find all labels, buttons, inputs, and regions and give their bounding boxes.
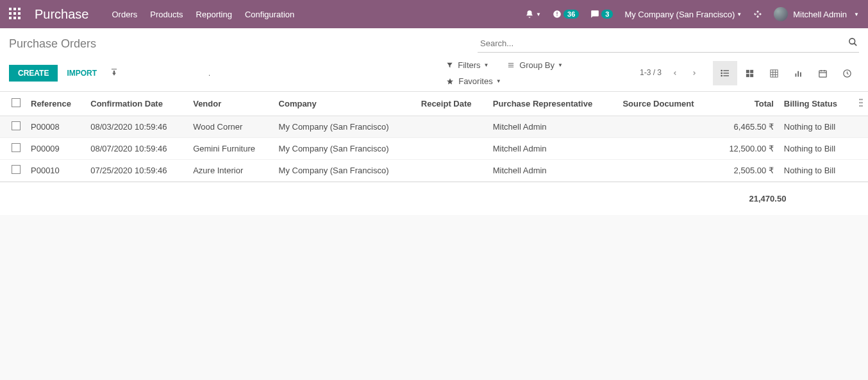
favorites-menu[interactable]: Favorites ▼ bbox=[446, 76, 563, 86]
svg-rect-4 bbox=[13, 12, 16, 15]
search-wrap bbox=[478, 35, 859, 53]
table-header-row: Reference Confirmation Date Vendor Compa… bbox=[0, 92, 868, 116]
svg-point-40 bbox=[861, 102, 863, 104]
svg-point-18 bbox=[721, 73, 722, 73]
cell-vendor: Gemini Furniture bbox=[188, 138, 273, 160]
user-name: Mitchell Admin bbox=[793, 10, 847, 19]
create-button[interactable]: CREATE bbox=[9, 65, 58, 82]
cell-purchase-rep: Mitchell Admin bbox=[488, 138, 618, 160]
app-title[interactable]: Purchase bbox=[35, 7, 89, 22]
col-source-doc[interactable]: Source Document bbox=[617, 92, 714, 116]
activity-badge: 36 bbox=[563, 10, 579, 19]
footer-total: 21,470.50 bbox=[0, 182, 868, 215]
svg-rect-7 bbox=[13, 17, 16, 19]
nav-right: ▼ 36 3 My Company (San Francisco) ▼ Mitc… bbox=[525, 7, 859, 21]
row-checkbox[interactable] bbox=[12, 143, 21, 152]
groupby-menu[interactable]: Group By ▼ bbox=[507, 60, 563, 70]
view-graph[interactable] bbox=[786, 61, 810, 85]
cell-total: 6,465.50 ₹ bbox=[714, 116, 779, 138]
table-row[interactable]: P0000908/07/2020 10:59:46Gemini Furnitur… bbox=[0, 138, 868, 160]
cell-vendor: Azure Interior bbox=[188, 160, 273, 182]
cell-receipt-date bbox=[416, 160, 488, 182]
svg-rect-3 bbox=[9, 12, 12, 15]
cell-confirmation-date: 08/07/2020 10:59:46 bbox=[85, 138, 188, 160]
activity-icon[interactable]: 36 bbox=[553, 10, 579, 19]
user-menu[interactable]: Mitchell Admin ▼ bbox=[774, 7, 859, 21]
table-row[interactable]: P0000808/03/2020 10:59:46Wood CornerMy C… bbox=[0, 116, 868, 138]
cell-purchase-rep: Mitchell Admin bbox=[488, 160, 618, 182]
col-reference[interactable]: Reference bbox=[26, 92, 85, 116]
table-row[interactable]: P0001007/25/2020 10:59:46Azure InteriorM… bbox=[0, 160, 868, 182]
col-confirmation-date[interactable]: Confirmation Date bbox=[85, 92, 188, 116]
notification-icon[interactable]: ▼ bbox=[525, 10, 541, 19]
svg-point-9 bbox=[849, 39, 855, 44]
col-options[interactable] bbox=[854, 92, 868, 116]
filters-menu[interactable]: Filters ▼ bbox=[446, 60, 489, 70]
cell-billing-status: Nothing to Bill bbox=[779, 160, 854, 182]
view-kanban[interactable] bbox=[737, 61, 762, 85]
select-all-checkbox[interactable] bbox=[12, 98, 21, 107]
cell-receipt-date bbox=[416, 138, 488, 160]
table-wrap: Reference Confirmation Date Vendor Compa… bbox=[0, 92, 868, 182]
col-purchase-rep[interactable]: Purchase Representative bbox=[488, 92, 618, 116]
col-receipt-date[interactable]: Receipt Date bbox=[416, 92, 488, 116]
import-button[interactable]: IMPORT bbox=[67, 69, 97, 78]
filters-label: Filters bbox=[458, 60, 480, 70]
cell-source-doc bbox=[617, 138, 714, 160]
debug-icon[interactable] bbox=[753, 10, 762, 19]
search-input[interactable] bbox=[478, 35, 859, 53]
cell-billing-status: Nothing to Bill bbox=[779, 138, 854, 160]
svg-rect-1 bbox=[13, 8, 16, 10]
main-menu: Orders Products Reporting Configuration bbox=[112, 10, 295, 19]
cell-purchase-rep: Mitchell Admin bbox=[488, 116, 618, 138]
cell-vendor: Wood Corner bbox=[188, 116, 273, 138]
separator-dot: . bbox=[208, 70, 210, 77]
col-billing-status[interactable]: Billing Status bbox=[779, 92, 854, 116]
svg-rect-30 bbox=[797, 71, 799, 76]
view-calendar[interactable] bbox=[810, 61, 835, 85]
menu-products[interactable]: Products bbox=[150, 10, 183, 19]
pager-next[interactable] bbox=[685, 64, 704, 83]
cell-billing-status: Nothing to Bill bbox=[779, 116, 854, 138]
svg-rect-20 bbox=[746, 69, 749, 73]
cell-company: My Company (San Francisco) bbox=[274, 116, 416, 138]
view-list[interactable] bbox=[713, 61, 737, 85]
row-checkbox[interactable] bbox=[12, 121, 21, 130]
purchase-orders-table: Reference Confirmation Date Vendor Compa… bbox=[0, 92, 868, 182]
svg-rect-0 bbox=[9, 8, 12, 10]
svg-rect-2 bbox=[18, 8, 21, 10]
svg-rect-24 bbox=[770, 69, 777, 76]
svg-rect-6 bbox=[9, 17, 12, 19]
svg-rect-29 bbox=[795, 73, 796, 76]
avatar bbox=[774, 7, 788, 21]
col-total[interactable]: Total bbox=[714, 92, 779, 116]
cell-total: 12,500.00 ₹ bbox=[714, 138, 779, 160]
svg-point-41 bbox=[859, 105, 861, 107]
svg-point-19 bbox=[721, 75, 722, 76]
pager[interactable]: 1-3 / 3 bbox=[640, 68, 662, 78]
cell-source-doc bbox=[617, 116, 714, 138]
menu-configuration[interactable]: Configuration bbox=[245, 10, 294, 19]
svg-rect-32 bbox=[819, 71, 826, 77]
cell-total: 2,505.00 ₹ bbox=[714, 160, 779, 182]
svg-point-37 bbox=[859, 99, 861, 101]
cell-reference: P00010 bbox=[26, 160, 85, 182]
view-grid[interactable] bbox=[762, 61, 786, 85]
breadcrumb: Purchase Orders bbox=[9, 35, 96, 51]
cell-reference: P00009 bbox=[26, 138, 85, 160]
pager-prev[interactable] bbox=[665, 64, 685, 83]
company-selector[interactable]: My Company (San Francisco) ▼ bbox=[624, 10, 742, 19]
search-icon[interactable] bbox=[848, 37, 858, 49]
cell-confirmation-date: 07/25/2020 10:59:46 bbox=[85, 160, 188, 182]
cell-source-doc bbox=[617, 160, 714, 182]
row-checkbox[interactable] bbox=[12, 165, 21, 174]
menu-orders[interactable]: Orders bbox=[112, 10, 138, 19]
view-activity[interactable] bbox=[835, 61, 859, 85]
apps-icon[interactable] bbox=[9, 8, 22, 21]
col-vendor[interactable]: Vendor bbox=[188, 92, 273, 116]
messages-icon[interactable]: 3 bbox=[590, 10, 613, 19]
download-icon[interactable] bbox=[110, 68, 119, 79]
menu-reporting[interactable]: Reporting bbox=[196, 10, 232, 19]
grand-total: 21,470.50 bbox=[485, 182, 792, 215]
col-company[interactable]: Company bbox=[274, 92, 416, 116]
